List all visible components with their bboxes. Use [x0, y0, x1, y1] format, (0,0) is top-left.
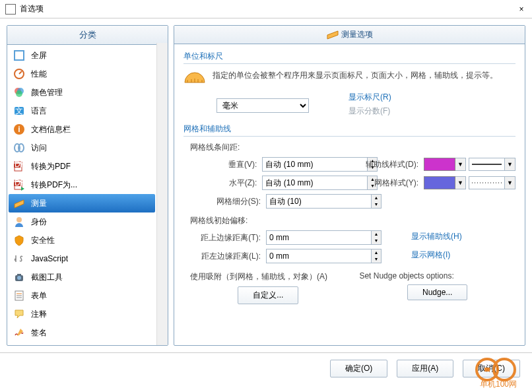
spacing-label: 网格线条间距: [190, 142, 515, 153]
grid-pattern-dd[interactable]: ▼ [505, 176, 515, 189]
sidebar-item-icon [13, 308, 26, 321]
app-icon [5, 4, 16, 15]
sidebar-item-4[interactable]: i文档信息栏 [9, 120, 155, 139]
sidebar-item-label: 表单 [31, 290, 47, 302]
sidebar-scrollbar[interactable] [156, 43, 168, 345]
ok-button[interactable]: 确定(O) [330, 360, 387, 377]
sidebar-item-icon [13, 344, 26, 345]
offset-label: 网格线初始偏移: [190, 215, 515, 226]
off-top-label: 距上边缘距离(T): [190, 232, 266, 244]
sub-input[interactable] [266, 194, 371, 209]
sidebar-item-0[interactable]: 全屏 [9, 46, 155, 65]
titlebar: 首选项 × [0, 0, 532, 18]
sidebar-item-15[interactable]: 签名 [9, 323, 155, 342]
vert-spinner[interactable]: ▲▼ [262, 157, 335, 172]
grid-color-dd[interactable]: ▼ [455, 176, 466, 189]
spin-down[interactable]: ▼ [372, 256, 381, 263]
grid-form: 网格线条间距: 垂直(V): ▲▼ 辅助线样式(D): ▼ ▼ 水平(Z): ▲… [190, 142, 515, 304]
sidebar-item-label: 文档信息栏 [31, 124, 71, 135]
off-left-spinner[interactable]: ▲▼ [266, 249, 339, 263]
guide-color-swatch[interactable] [424, 158, 455, 171]
show-rulers-option[interactable]: 显示标尺(R) [349, 92, 391, 103]
sidebar-item-13[interactable]: 表单 [9, 286, 155, 305]
off-left-label: 距左边缘距离(L): [190, 251, 266, 262]
units-controls: 毫米 显示标尺(R) 显示分数(F) [216, 92, 515, 119]
sidebar-item-6[interactable]: PDF转换为PDF [9, 157, 155, 176]
snap-row: 使用吸附（到网格，辅助线，对象）(A) 自定义... Set Nudge obj… [190, 271, 515, 304]
sidebar-item-label: 转换为PDF [31, 161, 71, 172]
sidebar-item-2[interactable]: 颜色管理 [9, 83, 155, 102]
divider [183, 136, 515, 137]
grid-style-label: 网格样式(Y): [354, 178, 424, 189]
sidebar-item-16[interactable]: 扫描仪预设 [9, 342, 155, 345]
spin-down[interactable]: ▼ [372, 201, 381, 208]
sidebar-item-label: 访问 [31, 143, 47, 154]
sidebar-item-icon [13, 326, 26, 339]
sidebar-item-8[interactable]: 测量 [9, 194, 155, 212]
sidebar-item-3[interactable]: 文语言 [9, 102, 155, 120]
show-guides-option[interactable]: 显示辅助线(H) [411, 231, 462, 242]
main-header: 测量选项 [174, 26, 525, 44]
sidebar-list: 全屏性能颜色管理文语言i文档信息栏访问PDF转换为PDFPDF转换PDF为...… [7, 45, 156, 345]
units-description: 指定的单位会被整个程序用来显示页面标尺，页面大小，网格，辅助线，提示等。 [213, 69, 498, 82]
vert-input[interactable] [262, 157, 367, 172]
sidebar-item-label: JavaScript [31, 254, 68, 263]
sidebar-item-label: 性能 [31, 69, 47, 80]
divider [183, 63, 515, 64]
spin-down[interactable]: ▼ [372, 238, 381, 244]
show-grid-option[interactable]: 显示网格(I) [411, 249, 450, 261]
grid-pattern[interactable] [469, 176, 505, 189]
sidebar-item-label: 测量 [31, 198, 47, 209]
sidebar-panel: 分类 全屏性能颜色管理文语言i文档信息栏访问PDF转换为PDFPDF转换PDF为… [7, 25, 168, 346]
off-top-input[interactable] [266, 230, 371, 245]
spin-up[interactable]: ▲ [372, 249, 381, 256]
sub-spinner[interactable]: ▲▼ [266, 194, 339, 209]
units-section-label: 单位和标尺 [183, 51, 515, 62]
sidebar-item-11[interactable]: JavaScript [9, 249, 155, 268]
horz-label: 水平(Z): [190, 178, 262, 189]
customize-button[interactable]: 自定义... [238, 286, 298, 304]
sidebar-item-label: 安全性 [31, 235, 55, 246]
sidebar-item-icon [13, 49, 26, 62]
sidebar-item-12[interactable]: 截图工具 [9, 268, 155, 286]
sidebar-item-label: 签名 [31, 327, 47, 339]
unit-select[interactable]: 毫米 [216, 98, 309, 113]
grid-section-label: 网格和辅助线 [183, 123, 515, 135]
sidebar-item-icon [13, 252, 26, 265]
guide-style-label: 辅助线样式(D): [354, 159, 424, 170]
sidebar-item-label: 转换PDF为... [31, 180, 77, 191]
close-icon[interactable]: × [516, 5, 527, 14]
off-left-input[interactable] [266, 249, 371, 263]
sidebar-item-label: 全屏 [31, 50, 47, 61]
off-top-spinner[interactable]: ▲▼ [266, 230, 339, 245]
cancel-button[interactable]: 取消(C) [463, 360, 520, 377]
guide-pattern-dd[interactable]: ▼ [505, 158, 515, 171]
sidebar-item-label: 身份 [31, 216, 47, 228]
horz-input[interactable] [262, 176, 367, 190]
apply-button[interactable]: 应用(A) [397, 360, 453, 377]
horz-spinner[interactable]: ▲▼ [262, 176, 335, 190]
sidebar-item-icon [13, 234, 26, 247]
sidebar-item-5[interactable]: 访问 [9, 139, 155, 157]
sidebar-item-14[interactable]: 注释 [9, 305, 155, 323]
svg-rect-21 [17, 274, 21, 276]
sidebar-item-10[interactable]: 安全性 [9, 231, 155, 249]
svg-point-5 [16, 90, 22, 97]
svg-text:i: i [18, 125, 20, 134]
sidebar-item-1[interactable]: 性能 [9, 65, 155, 83]
nudge-button[interactable]: Nudge... [407, 284, 467, 300]
guide-color-dd[interactable]: ▼ [455, 158, 466, 171]
spin-up[interactable]: ▲ [372, 231, 381, 238]
sidebar-item-icon: PDF [13, 160, 26, 173]
guide-pattern[interactable] [469, 158, 505, 171]
ruler-icon [327, 30, 339, 40]
snap-label: 使用吸附（到网格，辅助线，对象）(A) [190, 271, 347, 282]
sidebar-item-9[interactable]: 身份 [9, 212, 155, 231]
spin-up[interactable]: ▲ [372, 195, 381, 201]
grid-color-swatch[interactable] [424, 176, 455, 189]
window-title: 首选项 [20, 3, 516, 15]
sidebar-item-label: 截图工具 [31, 272, 63, 283]
sidebar-item-icon [13, 141, 26, 154]
svg-text:PDF: PDF [13, 160, 25, 169]
sidebar-item-7[interactable]: PDF转换PDF为... [9, 176, 155, 194]
